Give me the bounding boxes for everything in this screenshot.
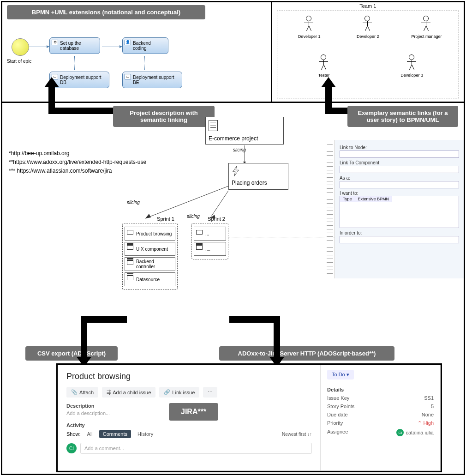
link-node-field[interactable] <box>340 151 459 158</box>
dotted-link <box>229 237 335 237</box>
csv-banner: CSV export (ADOScript) <box>25 346 118 361</box>
details-label: Details <box>327 387 434 392</box>
slicing-label: slicing <box>233 147 246 152</box>
story-item: .... <box>194 242 226 256</box>
form-label: As a: <box>340 175 459 181</box>
tab-history[interactable]: History <box>134 430 157 438</box>
spiral-binding <box>327 143 333 276</box>
priority-value: ⌃ High <box>418 420 434 426</box>
project-box: E-commerce project <box>205 117 284 145</box>
activity-label: Activity <box>66 422 312 428</box>
http-banner: ADOxx-to-Jira Server HTTP (ADOScript-bas… <box>219 346 394 361</box>
bpmn-start-event <box>12 38 29 56</box>
url-1: *http://bee-up.omilab.org <box>9 149 146 158</box>
due-date: None <box>422 412 434 417</box>
svg-marker-1 <box>145 214 151 218</box>
sprint-1: Sprint 1 Product browsing U X component … <box>122 223 178 290</box>
url-footnotes: *http://bee-up.omilab.org **https://www.… <box>9 149 146 176</box>
jira-side-panel: To Do ▾ Details Issue KeySS1 Story Point… <box>320 365 440 470</box>
tab-all[interactable]: All <box>84 430 96 438</box>
avatar: CI <box>66 443 77 453</box>
person: Developer 3 <box>385 54 438 90</box>
bpmn-panel: BPMN +UML extensions (notational and con… <box>2 2 272 102</box>
sort-newest[interactable]: Newest first ↓↑ <box>282 432 312 437</box>
diagram-frame: BPMN +UML extensions (notational and con… <box>1 1 465 475</box>
assignee-label: Assignee <box>327 429 348 436</box>
form-label: Link To Component: <box>340 160 459 165</box>
link-issue-button[interactable]: 🔗Link issue <box>159 387 199 398</box>
document-icon <box>209 120 218 131</box>
i-want-table[interactable]: TypeExtensive BPMN <box>340 196 459 228</box>
slicing-label: slicing <box>127 200 140 205</box>
story-points: 5 <box>431 404 434 409</box>
arrow-head-icon <box>321 77 336 87</box>
attach-button[interactable]: 📎Attach <box>66 387 98 398</box>
form-label: In order to: <box>340 230 459 235</box>
team-box: Developer 1 Developer 2 Project manager … <box>277 11 459 98</box>
in-order-field[interactable] <box>340 236 459 243</box>
assignee-value: CIcatalina iulia <box>396 429 434 436</box>
form-panel: Link to Node: Link To Component: As a: I… <box>335 140 464 278</box>
more-button[interactable]: ⋯ <box>203 387 217 398</box>
avatar: CI <box>396 429 404 436</box>
dotted-line <box>74 56 75 70</box>
show-label: Show: <box>66 431 81 437</box>
story-item: Backend controller <box>125 257 175 271</box>
status-button[interactable]: To Do ▾ <box>327 370 354 380</box>
story-item: Product browsing <box>125 227 175 241</box>
sem-links-banner: Exemplary semantic links (for a user sto… <box>347 106 458 127</box>
link-component-field[interactable] <box>340 166 459 173</box>
comment-input[interactable]: Add a comment... <box>80 443 312 454</box>
issue-key-label: Issue Key <box>327 395 349 401</box>
big-arrow <box>274 316 280 358</box>
top-row: BPMN +UML extensions (notational and con… <box>2 2 464 103</box>
jira-overlay-banner: JIRA*** <box>169 403 218 421</box>
tree-icon: ⇶ <box>107 389 111 395</box>
form-label: I want to: <box>340 191 459 196</box>
task-setup-db: ⚙Set up the database <box>49 37 100 54</box>
link-icon: 🔗 <box>164 389 170 395</box>
tab-comments[interactable]: Comments <box>99 430 131 438</box>
url-2: **https://www.adoxx.org/live/extended-ht… <box>9 158 146 167</box>
jira-panel: Product browsing 📎Attach ⇶Add a child is… <box>58 365 441 471</box>
big-arrow <box>229 316 280 323</box>
person: Developer 1 <box>283 16 335 52</box>
arrow-icon <box>29 47 48 47</box>
team-panel: Team 1 Developer 1 Developer 2 Project m… <box>272 2 464 102</box>
slicing-label: slicing <box>187 214 200 219</box>
attach-icon: 📎 <box>71 389 78 395</box>
start-label: Start of epic <box>7 59 31 64</box>
story-points-label: Story Points <box>327 404 354 409</box>
epic-box: Placing orders <box>228 163 288 190</box>
story-item: ... <box>194 227 226 241</box>
team-title: Team 1 <box>272 3 464 9</box>
jira-issue-title: Product browsing <box>66 372 312 381</box>
svg-line-2 <box>210 191 228 218</box>
person: Developer 2 <box>341 16 394 52</box>
url-3: *** https://www.atlassian.com/software/j… <box>9 167 146 175</box>
story-item: U X component <box>125 242 175 256</box>
form-label: Link to Node: <box>340 145 459 150</box>
story-item: Datasource <box>125 272 175 286</box>
as-a-field[interactable] <box>340 181 459 188</box>
middle-section: Project description with semantic linkin… <box>2 103 464 352</box>
sprint-2: Sprint 2 ... .... <box>191 223 228 259</box>
proj-desc-banner: Project description with semantic linkin… <box>113 106 215 127</box>
due-date-label: Due date <box>327 412 348 417</box>
person: Project manager <box>400 16 453 52</box>
arrow-icon <box>102 47 120 47</box>
task-deploy-be: ▭Deployment support BE <box>122 72 182 88</box>
task-backend: 👤Backend coding <box>122 37 168 54</box>
arrow-head-icon <box>44 77 59 87</box>
big-arrow <box>81 316 87 358</box>
bolt-icon <box>232 166 240 176</box>
bpmn-banner: BPMN +UML extensions (notational and con… <box>7 5 205 19</box>
arrow-icon <box>245 145 245 162</box>
big-arrow <box>81 316 127 323</box>
jira-main: Product browsing 📎Attach ⇶Add a child is… <box>58 365 320 470</box>
dotted-line <box>144 56 145 70</box>
issue-key: SS1 <box>424 395 434 401</box>
priority-label: Priority <box>327 420 343 426</box>
add-child-button[interactable]: ⇶Add a child issue <box>102 387 155 398</box>
